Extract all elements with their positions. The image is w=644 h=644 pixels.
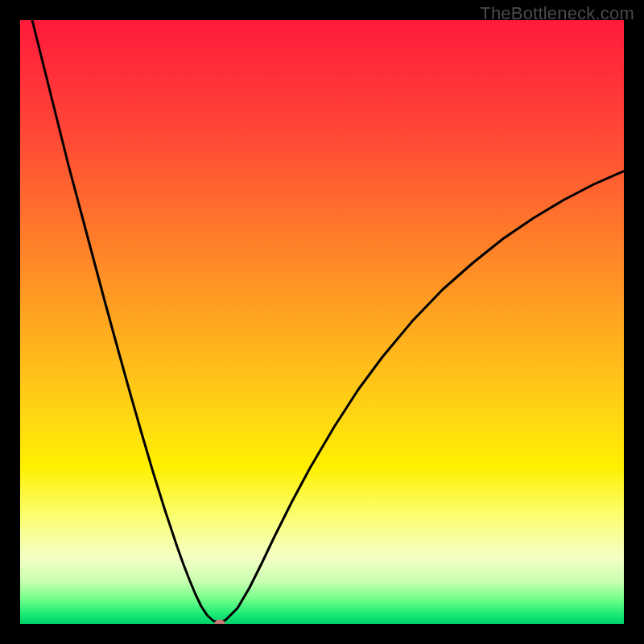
bottleneck-curve <box>20 20 624 624</box>
chart-frame: TheBottleneck.com <box>0 0 644 644</box>
watermark-text: TheBottleneck.com <box>480 3 634 24</box>
min-point-marker <box>214 620 225 625</box>
plot-area <box>20 20 624 624</box>
